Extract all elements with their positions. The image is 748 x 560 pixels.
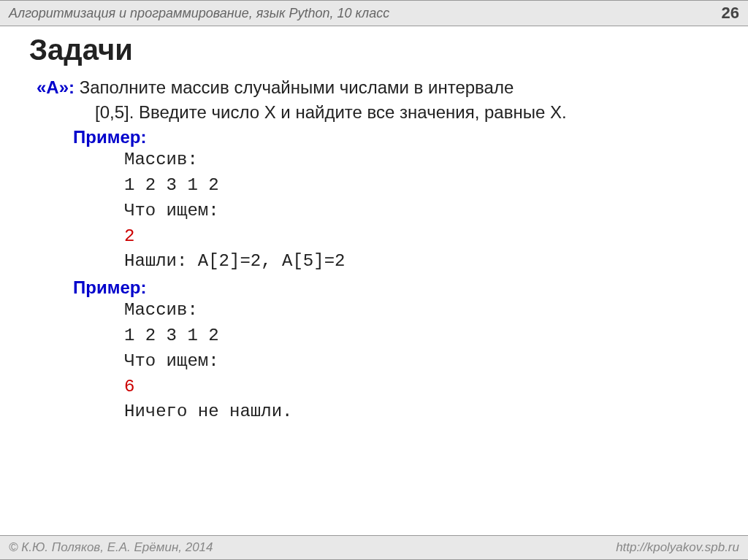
example2-line2: 1 2 3 1 2 <box>29 323 719 349</box>
footer-url: http://kpolyakov.spb.ru <box>616 540 739 555</box>
header-bar: Алгоритмизация и программирование, язык … <box>0 0 748 26</box>
example1-label: Пример: <box>29 127 719 147</box>
header-title: Алгоритмизация и программирование, язык … <box>9 6 389 21</box>
footer-copyright: © К.Ю. Поляков, Е.А. Ерёмин, 2014 <box>9 540 213 555</box>
example1-line2: 1 2 3 1 2 <box>29 173 719 199</box>
slide-title: Задачи <box>29 34 719 66</box>
example2-line3: Что ищем: <box>29 349 719 375</box>
example2-label: Пример: <box>29 277 719 298</box>
example2-line1: Массив: <box>29 298 719 323</box>
example1-line1: Массив: <box>29 147 719 173</box>
slide-content: Задачи «A»: Заполните массив случайными … <box>0 26 748 432</box>
task-text-2: [0,5]. Введите число X и найдите все зна… <box>29 100 719 125</box>
example1-line4: 2 <box>29 224 719 250</box>
task-text-1: Заполните массив случайными числами в ин… <box>75 77 514 97</box>
example1-line5: Нашли: A[2]=2, A[5]=2 <box>29 249 719 275</box>
page-number: 26 <box>722 4 739 23</box>
example1-line3: Что ищем: <box>29 199 719 224</box>
example2-line5: Ничего не нашли. <box>29 399 719 425</box>
example2-line4: 6 <box>29 375 719 400</box>
task-label: «A»: <box>37 77 75 97</box>
footer-bar: © К.Ю. Поляков, Е.А. Ерёмин, 2014 http:/… <box>0 535 748 560</box>
task-line-1: «A»: Заполните массив случайными числами… <box>29 75 719 100</box>
